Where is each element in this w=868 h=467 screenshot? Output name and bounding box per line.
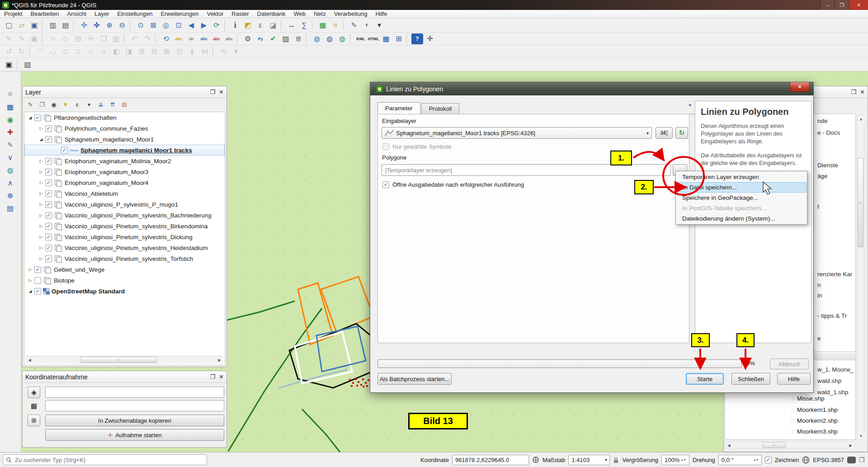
float-panel-icon[interactable]: ❐ <box>210 89 215 95</box>
tree-expander-icon[interactable]: ▷ <box>38 191 44 196</box>
render-checkbox[interactable] <box>765 457 772 463</box>
add-ring-icon[interactable]: ◠ <box>34 46 46 57</box>
split-parts-icon[interactable]: ⊞ <box>136 46 147 57</box>
text-annotation-icon[interactable]: T <box>361 20 373 31</box>
crosshair-icon[interactable]: ✛ <box>424 33 436 44</box>
close-panel-icon[interactable]: ✕ <box>219 89 224 95</box>
tree-expander-icon[interactable]: ▷ <box>38 180 44 185</box>
browser-vscrollbar[interactable]: ▲ ▼ ≡ <box>857 115 864 440</box>
menu-option[interactable]: Dateikodierung ändern (System)... <box>676 213 807 224</box>
close-button[interactable]: ✕ <box>849 0 868 10</box>
visibility-icon[interactable]: ◉ <box>48 99 59 109</box>
grid-blue-icon[interactable]: ▦ <box>380 33 392 44</box>
zoom-last-icon[interactable]: ◀ <box>185 20 197 31</box>
layer-tree-row[interactable]: Sphagnetum magellanici Moor1 tracks <box>24 145 225 156</box>
cut-features-icon[interactable]: ✂ <box>85 33 97 44</box>
scrollbar-thumb[interactable]: ≡ <box>80 357 157 363</box>
mouse-tracking-button[interactable]: ⊛ <box>28 415 40 426</box>
browser-item-fragment[interactable]: n <box>817 282 821 288</box>
tree-expander-icon[interactable]: ▷ <box>38 245 44 250</box>
zoom-next-icon[interactable]: ▶ <box>198 20 210 31</box>
tree-expander-icon[interactable]: ◢ <box>38 137 44 142</box>
save-edits-icon[interactable]: ▣ <box>28 33 40 44</box>
scale-combobox[interactable]: 1:4103▾ <box>568 455 610 465</box>
help-icon[interactable]: ? <box>411 33 423 44</box>
scrollbar-thumb[interactable]: ≡ <box>858 158 863 247</box>
label-highlight-icon[interactable]: ab <box>185 33 197 44</box>
add-part-icon[interactable]: ⊂ <box>60 46 71 57</box>
cad-undo-icon[interactable]: ⟲ <box>217 46 229 57</box>
vector-a-icon[interactable]: ∧ <box>5 177 16 188</box>
tab-protokoll[interactable]: Protokoll <box>421 103 460 114</box>
label-red-icon[interactable]: abc <box>211 33 222 44</box>
layer-visibility-checkbox[interactable] <box>45 136 52 143</box>
zoom-to-selection-icon[interactable]: ◎ <box>160 20 172 31</box>
copy-to-clipboard-button[interactable]: In Zwischenablage kopieren <box>45 415 224 426</box>
close-dialog-button[interactable]: Schließen <box>731 373 770 385</box>
browser-file-item[interactable]: ◌ Moorkern3.shp <box>791 428 838 435</box>
layer-tree-row[interactable]: ◢ Pflanzengesellschaften <box>24 112 225 123</box>
tree-expander-icon[interactable]: ▷ <box>38 159 44 163</box>
scroll-left-icon[interactable]: ◀ <box>725 442 733 449</box>
toolbar-icon[interactable] <box>406 34 410 44</box>
menu-item[interactable]: Netz <box>310 10 330 17</box>
zoom-to-layer-icon[interactable]: ⊡ <box>173 20 184 31</box>
layer-visibility-checkbox[interactable] <box>45 201 52 208</box>
digitize-shape-icon[interactable]: ⌗ <box>5 89 16 99</box>
layer-visibility-checkbox[interactable] <box>45 245 52 251</box>
toolbar-icon[interactable] <box>343 20 346 30</box>
layer-visibility-checkbox[interactable] <box>34 266 41 273</box>
identify-icon[interactable]: ℹ <box>229 20 241 31</box>
layer-visibility-checkbox[interactable] <box>45 125 52 132</box>
trim-extend-icon[interactable]: ⋈ <box>199 46 211 57</box>
pan-to-selection-icon[interactable]: ✤ <box>91 20 103 31</box>
scroll-down-icon[interactable]: ▼ <box>857 432 865 439</box>
open-project-icon[interactable]: ▱ <box>16 20 28 31</box>
start-button[interactable]: Starte <box>686 373 724 385</box>
magnifier-spinbox[interactable]: 100%▲▼ <box>661 455 689 465</box>
menu-item[interactable]: Web <box>289 10 310 17</box>
rotate-point-icon[interactable]: ⊡ <box>174 46 185 57</box>
spinner-arrows-icon[interactable]: ▲▼ <box>753 458 759 461</box>
layer-visibility-checkbox[interactable] <box>45 158 52 165</box>
tree-expander-icon[interactable]: ▷ <box>38 213 44 217</box>
kml-icon[interactable]: KML <box>355 33 367 44</box>
browser-file-item[interactable]: ◌ Misse.shp <box>791 395 825 402</box>
float-panel-icon[interactable]: ❐ <box>210 373 215 380</box>
scrollbar-thumb[interactable]: ≡ <box>762 442 786 448</box>
scroll-right-icon[interactable]: ▶ <box>216 356 223 363</box>
crs-globe-icon[interactable] <box>802 456 810 464</box>
toolbar-icon[interactable] <box>306 34 309 44</box>
mouse-position-icon[interactable] <box>532 456 539 463</box>
menu-item[interactable]: Raster <box>227 10 253 17</box>
collapse-all-icon[interactable]: ⇈ <box>107 99 118 109</box>
processing-toolbox-icon[interactable]: ⚙ <box>242 33 254 44</box>
layer-visibility-checkbox[interactable] <box>45 169 52 175</box>
vector-v-icon[interactable]: ∨ <box>5 152 16 163</box>
expression-filter-icon[interactable]: ε <box>72 99 83 109</box>
browser-file-item[interactable]: ◌ Moorkern1.shp <box>791 406 838 413</box>
menu-item[interactable]: Vektor <box>203 10 227 17</box>
attribute-table-icon[interactable]: ▦ <box>317 20 329 31</box>
open-after-checkbox[interactable] <box>382 181 389 188</box>
layer-tree-row[interactable]: ▷ Gebiet_und_Wege <box>24 264 225 275</box>
tree-expander-icon[interactable]: ▷ <box>38 126 44 131</box>
dropdown-arrow-icon[interactable]: ▾ <box>84 99 94 109</box>
menu-option[interactable]: In Datei speichern... <box>676 182 807 193</box>
locator-search[interactable] <box>3 454 207 465</box>
minimize-button[interactable]: – <box>820 0 835 10</box>
blue-grid-icon[interactable]: ▦ <box>5 101 16 112</box>
offset-curve-icon[interactable]: ◧ <box>110 46 122 57</box>
measure-icon[interactable]: ↔ <box>286 20 297 31</box>
check-green-icon[interactable]: ✔ <box>267 33 279 44</box>
menu-item[interactable]: Bearbeiten <box>26 10 63 17</box>
refresh-layers-icon[interactable]: ⟲ <box>160 33 172 44</box>
toggle-editing-icon[interactable]: ✎ <box>16 33 28 44</box>
filter-legend-icon[interactable]: ▼ <box>60 99 71 109</box>
zoom-out-icon[interactable]: ⊖ <box>116 20 128 31</box>
toolbar-icon[interactable] <box>281 20 284 30</box>
browser-item-fragment[interactable]: - tipps & Tr <box>817 312 847 319</box>
tree-expander-icon[interactable]: ▷ <box>38 202 44 207</box>
menu-item[interactable]: Datenbank <box>253 10 290 17</box>
layer-tree-hscrollbar[interactable]: ◀ ▶ ≡ <box>26 356 223 363</box>
